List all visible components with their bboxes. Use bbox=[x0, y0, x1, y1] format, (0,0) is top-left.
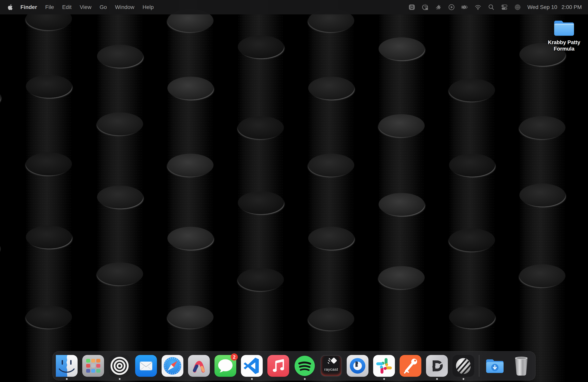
apple-logo-icon[interactable] bbox=[7, 3, 14, 11]
wallpaper-cylinder-top bbox=[97, 112, 143, 135]
dock-messages-icon[interactable]: 2 bbox=[214, 355, 236, 377]
wallpaper-cylinder-top bbox=[238, 116, 284, 139]
wallpaper-cylinder-top bbox=[97, 186, 143, 209]
wallpaper-cylinder-top bbox=[308, 77, 354, 100]
wallpaper-cylinder-top bbox=[26, 306, 72, 329]
wallpaper-cylinder-top bbox=[378, 266, 425, 289]
dock-divider bbox=[479, 355, 479, 377]
wallpaper-cylinder-top bbox=[168, 154, 213, 177]
screen-lock-icon[interactable] bbox=[421, 4, 429, 11]
wallpaper-cylinder-top bbox=[26, 226, 72, 249]
dock-spotify-icon[interactable] bbox=[294, 355, 315, 377]
raycast-label: raycast bbox=[321, 367, 341, 372]
dock-dia-icon[interactable] bbox=[426, 355, 448, 377]
messages-unread-badge: 2 bbox=[231, 353, 238, 361]
striped-flag-icon[interactable] bbox=[435, 4, 442, 11]
dock-raycast-icon[interactable]: raycast bbox=[320, 355, 342, 377]
dock-music-icon[interactable] bbox=[267, 355, 289, 377]
play-circle-icon[interactable] bbox=[448, 4, 455, 11]
wifi-icon[interactable] bbox=[474, 4, 482, 11]
dock-safari-icon[interactable] bbox=[162, 355, 183, 377]
wallpaper-cylinder-top bbox=[449, 154, 495, 177]
wallpaper-cylinder-top bbox=[449, 306, 495, 329]
dock-finder-icon[interactable] bbox=[56, 355, 78, 377]
wallpaper-cylinder-top bbox=[26, 75, 72, 98]
wallpaper-cylinder-top bbox=[519, 116, 566, 139]
date-text: Wed Sep 10 bbox=[527, 4, 557, 10]
menu-item-go[interactable]: Go bbox=[95, 0, 111, 14]
spotlight-search-icon[interactable] bbox=[488, 4, 495, 11]
control-center-icon[interactable] bbox=[501, 4, 508, 11]
menu-item-file[interactable]: File bbox=[41, 0, 58, 14]
wallpaper-cylinder-top bbox=[26, 152, 72, 175]
dock-1password-icon[interactable] bbox=[347, 355, 368, 377]
dock-downloads-folder-icon[interactable] bbox=[484, 355, 506, 377]
time-text: 2:00 PM bbox=[562, 4, 582, 10]
dock-trash-icon[interactable] bbox=[510, 355, 532, 377]
wallpaper-cylinder-top bbox=[308, 227, 354, 250]
menu-item-help[interactable]: Help bbox=[138, 0, 158, 14]
wallpaper-cylinder-top bbox=[168, 227, 213, 250]
wallpaper-cylinder-top bbox=[168, 306, 213, 329]
dock-mail-icon[interactable] bbox=[135, 355, 157, 377]
wallpaper-cylinder-top bbox=[378, 114, 425, 137]
dock-postman-icon[interactable] bbox=[399, 355, 421, 377]
wallpaper-cylinder-top bbox=[519, 184, 566, 207]
menu-item-finder[interactable]: Finder bbox=[16, 0, 41, 14]
keyboard-burst-icon[interactable] bbox=[408, 4, 415, 11]
wallpaper-cylinder-top bbox=[238, 191, 284, 214]
menu-bar-clock[interactable]: Wed Sep 10 2:00 PM bbox=[527, 4, 582, 10]
menu-bar: Finder File Edit View Go Window Help bbox=[0, 0, 588, 14]
dock-arc-icon[interactable] bbox=[188, 355, 210, 377]
folder-label: Krabby Patty Formula bbox=[548, 39, 580, 52]
wallpaper-cylinder-top bbox=[519, 264, 566, 287]
desktop: Finder File Edit View Go Window Help bbox=[0, 0, 588, 382]
wallpaper-cylinder-top bbox=[378, 193, 425, 216]
menu-bar-left: Finder File Edit View Go Window Help bbox=[0, 0, 158, 14]
wallpaper-cylinder-top bbox=[449, 229, 495, 252]
battery-charging-icon[interactable] bbox=[461, 4, 468, 11]
sphere-avatar-icon[interactable] bbox=[514, 4, 521, 11]
menu-item-view[interactable]: View bbox=[76, 0, 95, 14]
wallpaper-cylinder-top bbox=[308, 308, 354, 330]
menu-item-window[interactable]: Window bbox=[111, 0, 138, 14]
menu-item-edit[interactable]: Edit bbox=[58, 0, 76, 14]
desktop-folder-krabby-patty-formula[interactable]: Krabby Patty Formula bbox=[548, 18, 580, 52]
dock-striped-sphere-app-icon[interactable] bbox=[452, 355, 474, 377]
wallpaper-cylinder-top bbox=[238, 35, 284, 58]
wallpaper-cylinder-top bbox=[97, 262, 143, 285]
dock-slack-icon[interactable] bbox=[373, 355, 395, 377]
wallpaper-cylinder-top bbox=[238, 268, 284, 291]
dock-launchpad-icon[interactable] bbox=[82, 355, 104, 377]
wallpaper-cylinder-top bbox=[308, 154, 354, 177]
wallpaper-cylinder bbox=[0, 0, 1, 382]
wallpaper-cylinder-top bbox=[449, 79, 495, 102]
dock-vscode-icon[interactable] bbox=[241, 355, 263, 377]
wallpaper bbox=[0, 0, 588, 382]
wallpaper-cylinder-top bbox=[97, 45, 143, 68]
wallpaper-cylinder-top bbox=[168, 77, 213, 100]
menu-bar-status: Wed Sep 10 2:00 PM bbox=[408, 4, 588, 11]
dock-concentric-circles-app-icon[interactable] bbox=[109, 355, 130, 377]
folder-icon bbox=[552, 18, 576, 37]
dock: 2 bbox=[53, 351, 536, 381]
wallpaper-cylinder-top bbox=[378, 37, 425, 60]
